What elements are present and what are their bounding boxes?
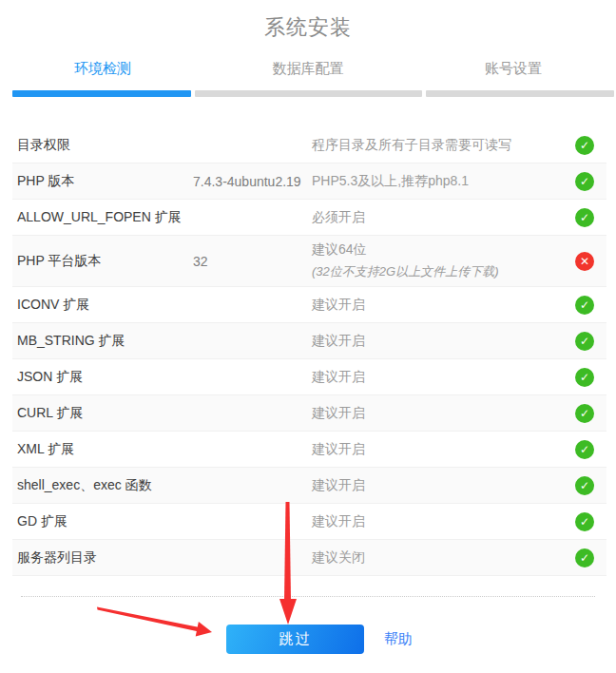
step-progress-bar [12,90,614,97]
check-item-status: ✓ [563,296,606,315]
check-item-name: 目录权限 [12,137,193,154]
progress-segment-active [12,90,191,97]
check-circle-icon: ✓ [575,296,594,315]
tab-database-config[interactable]: 数据库配置 [205,60,411,78]
check-row: 目录权限 程序目录及所有子目录需要可读写 ✓ [12,127,606,163]
check-circle-icon: ✓ [575,208,594,227]
check-row: 服务器列目录 建议关闭 ✓ [12,540,606,576]
tab-environment-check[interactable]: 环境检测 [0,60,205,78]
check-item-status: ✓ [563,208,606,227]
x-circle-icon: ✕ [575,252,594,271]
requirement-text: 建议关闭 [312,549,563,567]
check-item-value: 7.4.3-4ubuntu2.19 [193,174,312,189]
progress-segment [426,90,614,97]
check-item-requirement: 建议开启 [312,471,563,500]
check-item-name: CURL 扩展 [12,405,193,422]
check-item-requirement: 建议开启 [312,399,563,428]
check-circle-icon: ✓ [575,548,594,567]
check-item-name: XML 扩展 [12,441,193,458]
requirement-text: 建议开启 [312,513,563,530]
requirement-text: 建议开启 [312,297,563,314]
check-circle-icon: ✓ [575,368,594,387]
check-circle-icon: ✓ [575,172,594,191]
environment-check-table: 目录权限 程序目录及所有子目录需要可读写 ✓ PHP 版本 7.4.3-4ubu… [12,127,606,576]
check-item-requirement: 建议关闭 [312,544,563,572]
tab-bar: 环境检测 数据库配置 账号设置 [0,60,616,78]
check-circle-icon: ✓ [575,332,594,351]
skip-button[interactable]: 跳过 [226,625,364,654]
check-item-status: ✓ [563,136,606,155]
requirement-text: 建议开启 [312,477,563,494]
requirement-text: 必须开启 [312,209,563,226]
requirement-text: PHP5.3及以上,推荐php8.1 [312,173,563,190]
requirement-text: 建议开启 [312,369,563,386]
progress-segment [195,90,422,97]
check-item-name: PHP 版本 [12,173,193,190]
check-item-name: ALLOW_URL_FOPEN 扩展 [12,209,193,226]
check-item-requirement: 建议开启 [312,508,563,536]
check-row: PHP 版本 7.4.3-4ubuntu2.19 PHP5.3及以上,推荐php… [12,163,606,200]
check-row: JSON 扩展 建议开启 ✓ [12,359,606,395]
check-item-requirement: 建议64位 (32位不支持2G以上文件上传下载) [312,236,563,286]
check-item-requirement: 必须开启 [312,203,563,232]
check-item-status: ✓ [563,476,606,495]
check-item-status: ✓ [563,368,606,387]
check-item-status: ✕ [563,252,606,271]
requirement-text: 建议64位 [312,241,563,259]
check-item-name: ICONV 扩展 [12,297,193,314]
requirement-text: 建议开启 [312,405,563,422]
help-link[interactable]: 帮助 [384,630,413,648]
check-item-name: shell_exec、exec 函数 [12,477,193,494]
requirement-text: 建议开启 [312,333,563,350]
check-circle-icon: ✓ [575,512,594,531]
check-item-requirement: 建议开启 [312,435,563,464]
check-item-status: ✓ [563,548,606,567]
page-title: 系统安装 [0,13,616,42]
check-item-value: 32 [193,254,312,269]
requirement-text: 建议开启 [312,441,563,458]
check-item-status: ✓ [563,512,606,531]
check-circle-icon: ✓ [575,404,594,423]
check-row: PHP 平台版本 32 建议64位 (32位不支持2G以上文件上传下载) ✕ [12,236,606,287]
check-item-requirement: PHP5.3及以上,推荐php8.1 [312,167,563,196]
check-item-name: PHP 平台版本 [12,253,193,270]
check-circle-icon: ✓ [575,476,594,495]
check-row: ALLOW_URL_FOPEN 扩展 必须开启 ✓ [12,200,606,236]
check-item-status: ✓ [563,404,606,423]
check-item-name: 服务器列目录 [12,549,193,567]
check-item-requirement: 建议开启 [312,363,563,392]
check-row: MB_STRING 扩展 建议开启 ✓ [12,323,606,359]
footer-actions: 跳过 帮助 [0,625,616,654]
requirement-text: 程序目录及所有子目录需要可读写 [312,137,563,154]
requirement-note: (32位不支持2G以上文件上传下载) [312,263,563,280]
check-item-requirement: 建议开启 [312,327,563,356]
check-circle-icon: ✓ [575,136,594,155]
check-row: shell_exec、exec 函数 建议开启 ✓ [12,468,606,504]
check-item-requirement: 程序目录及所有子目录需要可读写 [312,131,563,160]
dotted-divider [21,596,595,597]
check-item-name: MB_STRING 扩展 [12,333,193,350]
check-circle-icon: ✓ [575,440,594,459]
check-item-status: ✓ [563,332,606,351]
check-row: CURL 扩展 建议开启 ✓ [12,395,606,432]
check-row: ICONV 扩展 建议开启 ✓ [12,287,606,323]
check-item-name: GD 扩展 [12,513,193,530]
check-item-name: JSON 扩展 [12,369,193,386]
tab-account-settings[interactable]: 账号设置 [411,60,616,78]
check-row: XML 扩展 建议开启 ✓ [12,432,606,468]
check-item-status: ✓ [563,440,606,459]
check-item-status: ✓ [563,172,606,191]
check-item-requirement: 建议开启 [312,291,563,319]
check-row: GD 扩展 建议开启 ✓ [12,504,606,540]
